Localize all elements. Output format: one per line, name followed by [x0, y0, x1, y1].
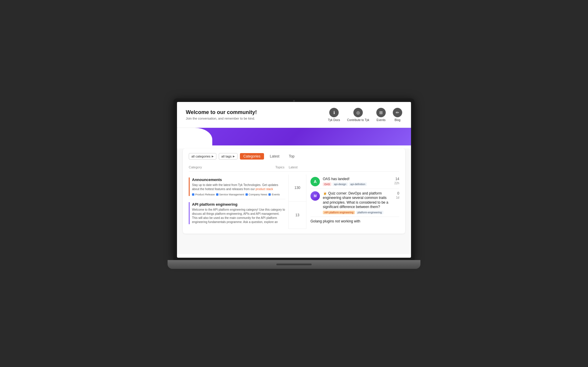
table-header: Category Topics Latest: [189, 164, 399, 172]
header-latest: Latest: [289, 165, 399, 169]
topics-column: 130 13: [289, 175, 306, 229]
tab-categories[interactable]: Categories: [240, 153, 264, 160]
tag-product-release: Product Release: [192, 193, 215, 196]
header-nav-links: ℹ Tyk Docs ◎ Contribute to Tyk ⊞ Events …: [328, 108, 402, 122]
quiz-meta: 0 1d: [396, 191, 399, 199]
oas-tags: OAS api-design api-definition: [323, 182, 391, 186]
events-label: Events: [377, 118, 386, 122]
welcome-subtitle: Join the conversation, and remember to b…: [186, 117, 257, 120]
tag-events: Events: [268, 193, 280, 196]
api-platform-border: API platform engineering Welcome to the …: [189, 202, 285, 224]
latest-item-oas: A OAS has landed! OAS api-design api-def…: [310, 175, 399, 189]
categories-dropdown[interactable]: all categories ▶: [189, 153, 216, 160]
nav-blog[interactable]: ✏ Blog: [393, 108, 402, 122]
tyk-docs-icon: ℹ: [329, 108, 339, 117]
announcements-tags: Product Release Service Management: [192, 193, 285, 196]
filter-bar: all categories ▶ all tags ▶ Categories L…: [189, 153, 399, 160]
laptop: Welcome to our community! Join the conve…: [168, 98, 420, 269]
topics-count-announcements: 130: [289, 175, 306, 202]
main-content: all categories ▶ all tags ▶ Categories L…: [177, 148, 411, 254]
oas-title[interactable]: OAS has landed!: [323, 177, 391, 182]
tag-company-news: Company News: [245, 193, 268, 196]
site-header: Welcome to our community! Join the conve…: [177, 102, 411, 128]
welcome-title: Welcome to our community!: [186, 109, 257, 115]
oas-meta: 14 22h: [394, 177, 399, 185]
tab-latest[interactable]: Latest: [266, 153, 283, 160]
tag-api-definition[interactable]: api-definition: [349, 182, 367, 186]
content-card: all categories ▶ all tags ▶ Categories L…: [183, 148, 405, 234]
tag-platform-engineering[interactable]: platform-engineering: [356, 211, 383, 214]
nav-tyk-docs[interactable]: ℹ Tyk Docs: [328, 108, 340, 122]
avatar-quiz: M: [310, 191, 320, 201]
screen: Welcome to our community! Join the conve…: [177, 102, 411, 258]
header-category: Category: [189, 165, 271, 169]
oas-replies: 14: [395, 177, 399, 181]
contribute-icon: ◎: [353, 108, 363, 117]
category-row-api-platform: API platform engineering Welcome to the …: [189, 199, 285, 229]
tag-service-management: Service Management: [216, 193, 244, 196]
api-platform-name[interactable]: API platform engineering: [192, 202, 285, 207]
contribute-label: Contribute to Tyk: [347, 118, 369, 122]
nav-events[interactable]: ⊞ Events: [376, 108, 386, 122]
tyk-docs-label: Tyk Docs: [328, 118, 340, 122]
announcements-border: Announcements Stay up to date with the l…: [189, 177, 285, 196]
tag-oas[interactable]: OAS: [323, 182, 331, 186]
tags-dropdown[interactable]: all tags ▶: [219, 153, 238, 160]
avatar-oas: A: [310, 177, 320, 186]
api-platform-desc: Welcome to the API platform engineering …: [192, 208, 285, 224]
laptop-base: [168, 260, 420, 269]
oas-time: 22h: [394, 182, 399, 185]
oas-content: OAS has landed! OAS api-design api-defin…: [323, 177, 391, 186]
welcome-section: Welcome to our community! Join the conve…: [186, 109, 257, 120]
categories-dropdown-arrow: ▶: [212, 155, 214, 158]
events-icon: ⊞: [376, 108, 386, 117]
latest-item-quiz: M 🍺 Quiz corner: DevOps and platform eng…: [310, 189, 399, 217]
product-stack-link[interactable]: product stack: [255, 187, 273, 191]
header-topics: Topics: [271, 165, 289, 169]
topics-count-api-platform: 13: [289, 202, 306, 229]
quiz-tags: API platform engineering platform-engine…: [323, 211, 393, 214]
tag-api-design[interactable]: api-design: [333, 182, 348, 186]
categories-table: Announcements Stay up to date with the l…: [189, 175, 399, 229]
category-list: Announcements Stay up to date with the l…: [189, 175, 289, 229]
announcements-name[interactable]: Announcements: [192, 177, 285, 182]
nav-contribute[interactable]: ◎ Contribute to Tyk: [347, 108, 369, 122]
laptop-trackpad-hint: [276, 264, 312, 265]
quiz-title[interactable]: 🍺 Quiz corner: DevOps and platform engin…: [323, 191, 393, 210]
purple-banner: [177, 128, 411, 145]
quiz-time: 1d: [396, 196, 399, 199]
screen-frame: Welcome to our community! Join the conve…: [173, 98, 415, 260]
quiz-replies: 0: [397, 191, 399, 195]
camera: [293, 100, 295, 102]
tags-dropdown-arrow: ▶: [233, 155, 235, 158]
latest-panel: A OAS has landed! OAS api-design api-def…: [306, 175, 399, 229]
category-row-announcements: Announcements Stay up to date with the l…: [189, 175, 285, 199]
blog-label: Blog: [395, 118, 400, 122]
golang-content: Golang plugins not working with: [310, 219, 399, 225]
tab-top[interactable]: Top: [285, 153, 298, 160]
blog-icon: ✏: [393, 108, 402, 117]
announcements-desc: Stay up to date with the latest from Tyk…: [192, 183, 285, 191]
latest-item-golang: Golang plugins not working with: [310, 217, 399, 227]
quiz-content: 🍺 Quiz corner: DevOps and platform engin…: [323, 191, 393, 214]
tag-api-platform-engineering[interactable]: API platform engineering: [323, 211, 355, 214]
golang-title[interactable]: Golang plugins not working with: [310, 219, 399, 224]
